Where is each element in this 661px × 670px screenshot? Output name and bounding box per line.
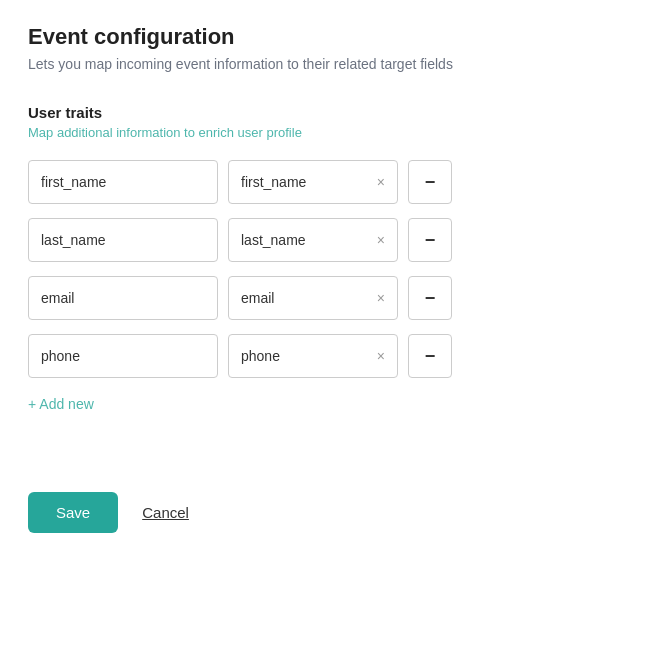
trait-target-select[interactable]: last_name × bbox=[228, 218, 398, 262]
trait-target-value: email bbox=[241, 290, 274, 306]
trait-row: email × − bbox=[28, 276, 633, 320]
minus-icon: − bbox=[425, 288, 436, 309]
user-traits-section: User traits Map additional information t… bbox=[28, 104, 633, 378]
trait-row: first_name × − bbox=[28, 160, 633, 204]
trait-row: phone × − bbox=[28, 334, 633, 378]
minus-icon: − bbox=[425, 230, 436, 251]
trait-target-select[interactable]: first_name × bbox=[228, 160, 398, 204]
add-new-link[interactable]: + Add new bbox=[28, 396, 94, 412]
trait-source-input[interactable] bbox=[28, 218, 218, 262]
remove-button[interactable]: − bbox=[408, 160, 452, 204]
remove-button[interactable]: − bbox=[408, 276, 452, 320]
section-title: User traits bbox=[28, 104, 633, 121]
remove-button[interactable]: − bbox=[408, 218, 452, 262]
traits-container: first_name × − last_name × − email × − bbox=[28, 160, 633, 378]
trait-target-value: first_name bbox=[241, 174, 306, 190]
trait-source-input[interactable] bbox=[28, 334, 218, 378]
clear-icon[interactable]: × bbox=[377, 291, 385, 305]
clear-icon[interactable]: × bbox=[377, 233, 385, 247]
trait-row: last_name × − bbox=[28, 218, 633, 262]
save-button[interactable]: Save bbox=[28, 492, 118, 533]
minus-icon: − bbox=[425, 346, 436, 367]
trait-target-select[interactable]: email × bbox=[228, 276, 398, 320]
remove-button[interactable]: − bbox=[408, 334, 452, 378]
page-title: Event configuration bbox=[28, 24, 633, 50]
minus-icon: − bbox=[425, 172, 436, 193]
clear-icon[interactable]: × bbox=[377, 349, 385, 363]
trait-target-select[interactable]: phone × bbox=[228, 334, 398, 378]
section-subtitle: Map additional information to enrich use… bbox=[28, 125, 633, 140]
page-subtitle: Lets you map incoming event information … bbox=[28, 56, 633, 72]
trait-source-input[interactable] bbox=[28, 160, 218, 204]
trait-target-value: phone bbox=[241, 348, 280, 364]
button-row: Save Cancel bbox=[28, 492, 633, 533]
cancel-button[interactable]: Cancel bbox=[142, 504, 189, 521]
trait-target-value: last_name bbox=[241, 232, 306, 248]
trait-source-input[interactable] bbox=[28, 276, 218, 320]
clear-icon[interactable]: × bbox=[377, 175, 385, 189]
